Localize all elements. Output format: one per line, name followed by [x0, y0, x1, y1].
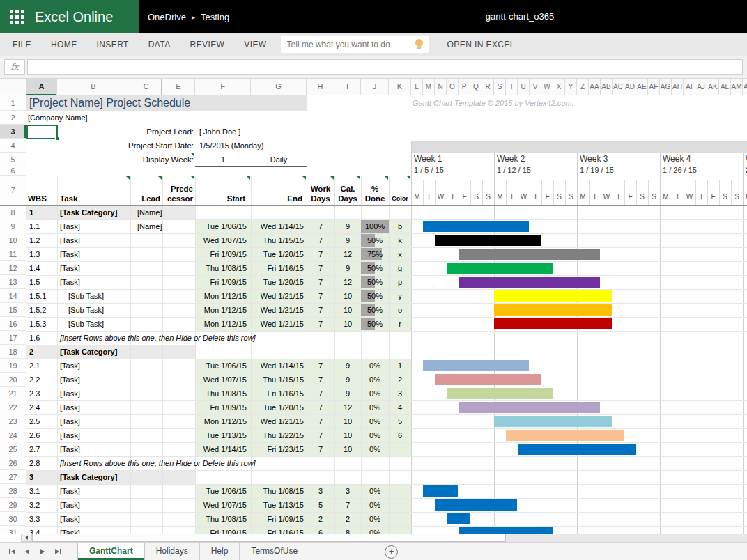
cell-task[interactable]: [Task]	[60, 498, 151, 512]
cell-work-days[interactable]: 7	[307, 400, 334, 414]
cell-start[interactable]: Wed 1/14/15	[195, 442, 247, 456]
row-number-15[interactable]: 15	[0, 303, 26, 317]
cell-start[interactable]: Mon 1/12/15	[195, 317, 247, 331]
cell-work-days[interactable]: 7	[307, 373, 334, 387]
column-header-L[interactable]: L	[411, 79, 423, 95]
column-header-F[interactable]: F	[195, 79, 251, 95]
row-number-17[interactable]: 17	[0, 331, 26, 345]
cell-cal-days[interactable]: 3	[334, 484, 361, 498]
open-in-excel-button[interactable]: OPEN IN EXCEL	[447, 40, 515, 49]
cell-end[interactable]: Tue 1/20/15	[251, 275, 304, 289]
cell-pct-done[interactable]: 75%	[361, 247, 389, 261]
cell-pct-done[interactable]: 50%	[361, 303, 389, 317]
gantt-bar-1.5[interactable]	[459, 277, 600, 288]
cell-start[interactable]: Tue 1/13/15	[195, 428, 247, 442]
cell-cal-days[interactable]: 12	[334, 400, 361, 414]
row-number-2[interactable]: 2	[0, 111, 26, 125]
cell-start[interactable]: Wed 1/07/15	[195, 233, 247, 247]
gantt-bar-3.3[interactable]	[447, 513, 470, 524]
cell-start[interactable]: Tue 1/06/15	[195, 219, 247, 233]
cell-work-days[interactable]: 7	[307, 428, 334, 442]
gantt-bar-3.1[interactable]	[423, 485, 458, 497]
cell-end[interactable]: Fri 1/16/15	[251, 261, 304, 275]
cell-work-days[interactable]: 7	[307, 233, 334, 247]
cell-end[interactable]: Thu 1/08/15	[251, 484, 304, 498]
cell-pct-done[interactable]: 0%	[361, 442, 389, 456]
gantt-bar-2.4[interactable]	[459, 402, 600, 413]
cell-task[interactable]: [Insert Rows above this one, then Hide o…	[60, 456, 360, 470]
cell-end[interactable]: Wed 1/21/15	[251, 289, 304, 303]
row-number-12[interactable]: 12	[0, 261, 26, 275]
menu-home[interactable]: HOME	[41, 33, 87, 56]
gantt-bar-1.5.3[interactable]	[494, 318, 612, 329]
gantt-bar-1.1[interactable]	[423, 221, 529, 232]
search-input[interactable]	[281, 36, 429, 53]
cell-color-code[interactable]: x	[389, 247, 411, 261]
gantt-bar-3.4[interactable]	[459, 527, 553, 534]
cell-cal-days[interactable]: 10	[334, 289, 361, 303]
cell-end[interactable]: Thu 1/15/15	[251, 373, 304, 387]
cell-wbs[interactable]: 2.5	[29, 414, 56, 428]
select-all-corner[interactable]	[0, 79, 26, 95]
cell-start[interactable]: Tue 1/06/15	[195, 484, 247, 498]
row-number-26[interactable]: 26	[0, 456, 26, 470]
column-header-AF[interactable]: AF	[648, 79, 660, 95]
row-number-24[interactable]: 24	[0, 428, 26, 442]
gantt-bar-2.2[interactable]	[435, 374, 541, 385]
cell-cal-days[interactable]: 7	[334, 498, 361, 512]
column-header-J[interactable]: J	[361, 79, 389, 95]
cell-work-days[interactable]: 3	[307, 484, 334, 498]
cell-task[interactable]: [Task]	[60, 512, 151, 526]
cell-start[interactable]: Thu 1/08/15	[195, 512, 247, 526]
column-header-AA[interactable]: AA	[589, 79, 601, 95]
cell-wbs[interactable]: 1.4	[29, 261, 56, 275]
column-header-AB[interactable]: AB	[601, 79, 613, 95]
cell-cal-days[interactable]: 9	[334, 373, 361, 387]
horizontal-scrollbar[interactable]	[0, 534, 747, 542]
cell-work-days[interactable]: 7	[307, 303, 334, 317]
cell-color-code[interactable]: 1	[389, 359, 411, 373]
cell-color-code[interactable]: 5	[389, 414, 411, 428]
cell-wbs[interactable]: 2.8	[29, 456, 56, 470]
breadcrumb-folder[interactable]: Testing	[201, 12, 229, 22]
cell-start[interactable]: Wed 1/07/15	[195, 373, 247, 387]
cell-task[interactable]: [Task]	[60, 526, 151, 534]
sheet-tab-help[interactable]: Help	[200, 543, 240, 560]
cell-cal-days[interactable]: 9	[334, 219, 361, 233]
cell-end[interactable]: Wed 1/14/15	[251, 359, 304, 373]
cell-cal-days[interactable]: 10	[334, 442, 361, 456]
sheet-tab-holidays[interactable]: Holidays	[145, 543, 200, 560]
cell-wbs[interactable]: 2.1	[29, 359, 56, 373]
row-number-6[interactable]: 6	[0, 166, 26, 176]
fx-icon[interactable]: fx	[4, 59, 25, 75]
cell-start[interactable]: Tue 1/06/15	[195, 359, 247, 373]
cell-wbs[interactable]: 1.3	[29, 247, 56, 261]
cell-color-code[interactable]: k	[389, 233, 411, 247]
cell-work-days[interactable]: 7	[307, 219, 334, 233]
cell-work-days[interactable]: 5	[307, 498, 334, 512]
sheet-tab-termsofuse[interactable]: TermsOfUse	[240, 543, 309, 560]
cell-pct-done[interactable]: 0%	[361, 400, 389, 414]
cell-task[interactable]: [Task]	[60, 359, 151, 373]
column-header-X[interactable]: X	[553, 79, 565, 95]
cell-color-code[interactable]: 6	[389, 428, 411, 442]
row-number-25[interactable]: 25	[0, 442, 26, 456]
cell-end[interactable]: Fri 1/16/15	[251, 387, 304, 400]
cell-pct-done[interactable]: 0%	[361, 414, 389, 428]
cell-task[interactable]: [Sub Task]	[68, 303, 159, 317]
cell-end[interactable]: Fri 1/23/15	[251, 442, 304, 456]
gantt-bar-1.2[interactable]	[435, 235, 541, 246]
column-header-AD[interactable]: AD	[624, 79, 636, 95]
cell-wbs[interactable]: 2.7	[29, 442, 56, 456]
cell-wbs[interactable]: 3.3	[29, 512, 56, 526]
column-header-G[interactable]: G	[251, 79, 307, 95]
document-title[interactable]: gantt-chart_o365	[486, 0, 554, 33]
cell-pct-done[interactable]: 50%	[361, 275, 389, 289]
cell-end[interactable]: Tue 1/20/15	[251, 400, 304, 414]
cell-cal-days[interactable]: 9	[334, 261, 361, 275]
cell-wbs[interactable]: 1.5.1	[29, 289, 56, 303]
cell-pct-done[interactable]: 50%	[361, 261, 389, 275]
column-header-I[interactable]: I	[334, 79, 361, 95]
column-header-N[interactable]: N	[435, 79, 447, 95]
cell-start[interactable]: Mon 1/12/15	[195, 303, 247, 317]
